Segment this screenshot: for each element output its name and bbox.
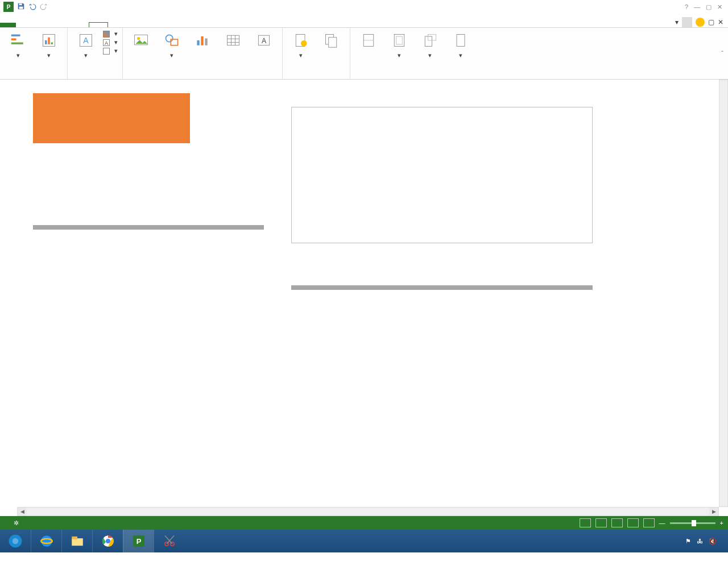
svg-rect-0 — [19, 3, 22, 5]
report-canvas[interactable] — [17, 80, 719, 507]
colors-button[interactable]: ▾ — [103, 30, 118, 38]
save-icon[interactable] — [17, 2, 25, 11]
textbox-button[interactable]: A — [250, 30, 278, 51]
svg-rect-40 — [72, 537, 77, 539]
svg-rect-7 — [48, 38, 50, 44]
milestones-table[interactable] — [33, 225, 264, 230]
svg-point-12 — [137, 37, 140, 40]
milestones-section — [33, 222, 264, 230]
group-report: ▾ — [283, 28, 350, 79]
taskbar-ie-icon[interactable] — [31, 530, 61, 552]
view-shortcut-4[interactable] — [627, 518, 639, 527]
tab-view[interactable] — [71, 23, 89, 27]
svg-rect-3 — [11, 39, 16, 41]
table-button[interactable] — [220, 30, 247, 51]
late-tasks-table[interactable] — [291, 285, 593, 290]
svg-rect-33 — [425, 36, 432, 47]
fonts-button[interactable]: A ▾ — [103, 39, 118, 46]
svg-point-13 — [166, 35, 173, 41]
taskbar-chrome-icon[interactable] — [92, 530, 123, 552]
zoom-slider[interactable] — [670, 522, 715, 524]
svg-rect-2 — [11, 35, 20, 37]
gantt-chart-button[interactable]: ▾ — [5, 30, 32, 59]
redo-icon[interactable] — [40, 2, 48, 11]
effects-button[interactable]: ▾ — [103, 47, 118, 55]
tray-network-icon[interactable]: 🖧 — [697, 538, 703, 544]
tab-project[interactable] — [52, 23, 71, 27]
svg-rect-28 — [329, 38, 337, 48]
group-insert: ▾ A — [123, 28, 283, 79]
scroll-right-icon[interactable]: ▶ — [709, 508, 718, 516]
svg-rect-6 — [45, 40, 47, 44]
reports-button[interactable]: ▾ — [35, 30, 63, 59]
zoom-out-icon[interactable]: — — [659, 519, 665, 526]
group-view: ▾ ▾ — [0, 28, 68, 79]
title-bar: P ? — ▢ ✕ — [0, 0, 728, 14]
minimize-icon[interactable]: — — [694, 3, 700, 11]
close-icon[interactable]: ✕ — [717, 3, 722, 11]
svg-rect-1 — [19, 7, 23, 9]
help-icon[interactable]: ? — [685, 3, 688, 11]
taskbar-explorer-icon[interactable] — [61, 530, 92, 552]
svg-rect-15 — [197, 40, 199, 45]
percent-complete-section — [291, 102, 593, 243]
quick-access-toolbar: P — [0, 2, 48, 12]
ribbon-tabs: ▾ ▢ ✕ — [0, 14, 728, 27]
vertical-scrollbar[interactable] — [719, 80, 728, 507]
tab-resource[interactable] — [34, 23, 52, 27]
view-shortcut-1[interactable] — [580, 518, 591, 527]
taskbar-project-icon[interactable]: P — [123, 530, 154, 552]
horizontal-scrollbar[interactable]: ◀ ▶ — [17, 507, 719, 516]
taskbar-snip-icon[interactable] — [154, 530, 184, 552]
svg-point-26 — [301, 40, 307, 47]
pct-chart[interactable] — [291, 107, 593, 243]
manage-button[interactable]: ▾ — [287, 30, 315, 59]
late-tasks-section — [291, 282, 593, 290]
zoom-in-icon[interactable]: + — [720, 519, 723, 526]
collapse-ribbon-icon[interactable]: ˆ — [717, 50, 728, 57]
svg-point-37 — [41, 535, 52, 547]
windows-taskbar: P ⚑ 🖧 🔇 — [0, 530, 728, 552]
svg-rect-35 — [457, 35, 465, 47]
orientation-button[interactable]: ▾ — [416, 30, 444, 59]
svg-rect-4 — [11, 43, 23, 45]
view-shortcut-2[interactable] — [595, 518, 607, 527]
avatar[interactable] — [682, 17, 692, 27]
undo-icon[interactable] — [28, 2, 36, 11]
images-button[interactable] — [127, 30, 155, 51]
status-schedule-mode[interactable]: ✲ — [14, 519, 19, 527]
shapes-button[interactable]: ▾ — [158, 30, 185, 59]
system-tray: ⚑ 🖧 🔇 — [685, 538, 728, 545]
margins-button[interactable]: ▾ — [386, 30, 413, 59]
tray-volume-icon[interactable]: 🔇 — [709, 538, 717, 545]
group-page-setup: ▾ ▾ ▾ — [350, 28, 479, 79]
kpi-percent-complete[interactable] — [33, 93, 190, 143]
svg-text:A: A — [83, 36, 89, 45]
close-child-icon[interactable]: ✕ — [718, 18, 723, 26]
tab-task[interactable] — [16, 23, 34, 27]
view-shortcut-3[interactable] — [611, 518, 623, 527]
svg-point-42 — [105, 539, 110, 543]
themes-button[interactable]: A▾ — [72, 30, 100, 59]
feedback-smiley-icon[interactable] — [696, 18, 705, 27]
col-name — [33, 225, 172, 230]
tab-design[interactable] — [89, 22, 108, 27]
maximize-icon[interactable]: ▢ — [706, 3, 712, 11]
tab-file[interactable] — [0, 23, 16, 27]
svg-text:A: A — [262, 37, 267, 45]
view-shortcut-5[interactable] — [643, 518, 655, 527]
page-breaks-button[interactable] — [355, 30, 382, 51]
size-button[interactable]: ▾ — [447, 30, 474, 59]
project-app-icon: P — [3, 2, 14, 12]
chart-button[interactable] — [189, 30, 216, 51]
scroll-left-icon[interactable]: ◀ — [18, 508, 27, 516]
status-bar: ✲ — + — [0, 516, 728, 530]
copy-report-button[interactable] — [318, 30, 345, 51]
svg-rect-39 — [72, 538, 83, 546]
start-button[interactable] — [0, 530, 31, 552]
svg-rect-18 — [228, 35, 239, 45]
restore-window-icon[interactable]: ▢ — [708, 18, 714, 26]
svg-rect-32 — [396, 36, 403, 44]
tray-flag-icon[interactable]: ⚑ — [685, 538, 691, 545]
svg-rect-17 — [205, 39, 207, 45]
